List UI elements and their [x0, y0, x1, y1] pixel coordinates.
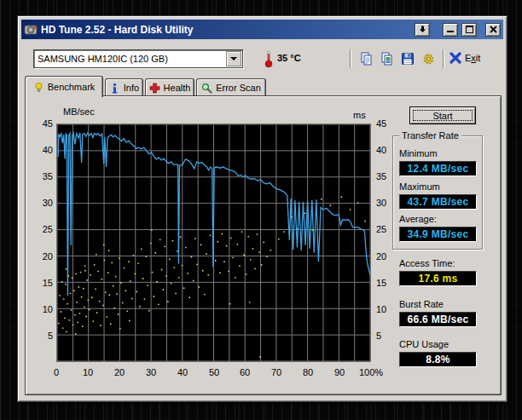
tab-strip: Benchmark Info Health Error Scan [18, 76, 507, 96]
cpu-usage-label: CPU Usage [399, 339, 449, 349]
left-axis-unit-label: MB/sec [63, 106, 95, 117]
y-tick-label: 20 [31, 251, 53, 262]
plot-svg [56, 124, 371, 362]
x-tick-label: 80 [303, 367, 313, 377]
maximize-icon [466, 26, 473, 33]
y-tick-label: 15 [376, 278, 398, 288]
drive-selector-value: SAMSUNG HM120IC (120 GB) [34, 54, 226, 64]
tab-benchmark[interactable]: Benchmark [25, 76, 103, 97]
exit-button[interactable]: Exit [450, 52, 480, 64]
y-tick-label: 45 [376, 118, 398, 129]
hdtune-window: HD Tune 2.52 - Hard Disk Utility SAMSUNG… [17, 15, 508, 402]
maximum-label: Maximum [399, 181, 440, 192]
benchmark-chart: MB/sec ms 45403530252015105 454035302520… [26, 96, 392, 396]
info-icon [109, 83, 120, 94]
right-axis-unit-label: ms [353, 110, 366, 120]
tab-label: Info [124, 83, 139, 93]
minimum-label: Minimum [399, 148, 438, 158]
thermometer-icon [264, 49, 274, 68]
start-button[interactable]: Start [409, 106, 476, 124]
tab-label: Error Scan [216, 83, 261, 93]
save-icon [401, 52, 415, 66]
average-label: Average: [399, 214, 437, 224]
x-tick-label: 50 [209, 367, 219, 377]
exit-label: Exit [465, 53, 480, 63]
x-tick-label: 30 [146, 367, 156, 377]
y-tick-label: 20 [376, 251, 398, 262]
copy-image-button[interactable] [378, 50, 397, 67]
access-time-value-display: 17.6 ms [399, 271, 477, 286]
y-tick-label: 25 [31, 224, 53, 234]
window-title: HD Tune 2.52 - Hard Disk Utility [41, 24, 411, 36]
y-tick-label: 45 [31, 118, 53, 129]
chevron-down-icon [230, 57, 237, 60]
tab-info[interactable]: Info [105, 78, 143, 96]
burst-rate-value-display: 66.6 MB/sec [399, 312, 477, 327]
y-tick-label: 10 [376, 304, 398, 314]
y-tick-label: 30 [31, 198, 53, 208]
desktop: { "window": { "title": "HD Tune 2.52 - H… [0, 0, 522, 420]
magnifier-icon [201, 83, 212, 94]
x-tick-label: 100% [359, 367, 383, 377]
lamp-icon [33, 82, 44, 93]
tab-label: Benchmark [48, 82, 96, 92]
tab-label: Health [164, 83, 191, 93]
average-value-display: 34.9 MB/sec [399, 227, 477, 242]
burst-rate-label: Burst Rate [399, 299, 444, 309]
x-tick-label: 70 [271, 367, 281, 377]
minimize-icon [447, 26, 454, 32]
x-tick-label: 90 [334, 367, 345, 377]
y-tick-label: 5 [31, 331, 53, 341]
minimum-value-display: 12.4 MB/sec [399, 161, 477, 176]
copy-text-icon [360, 52, 374, 66]
drive-selector[interactable]: SAMSUNG HM120IC (120 GB) [33, 49, 243, 68]
transfer-rate-group-label: Transfer Rate [399, 130, 461, 141]
toolbar: SAMSUNG HM120IC (120 GB) 35 °C [18, 43, 507, 72]
tab-error-scan[interactable]: Error Scan [196, 78, 266, 96]
x-tick-label: 60 [240, 367, 250, 377]
y-tick-label: 40 [31, 145, 53, 155]
x-tick-label: 40 [177, 367, 188, 377]
hdtune-disk-icon [24, 23, 38, 37]
y-tick-label: 5 [376, 331, 398, 341]
copy-image-icon [380, 52, 394, 66]
close-icon [490, 26, 497, 33]
access-time-label: Access Time: [399, 258, 455, 268]
drive-selector-dropdown-button[interactable] [226, 51, 241, 66]
maximum-value-display: 43.7 MB/sec [399, 194, 477, 210]
tab-health[interactable]: Health [145, 78, 194, 96]
x-tick-label: 20 [114, 367, 125, 377]
copy-text-button[interactable] [357, 50, 376, 67]
close-button[interactable] [485, 23, 501, 37]
y-tick-label: 35 [31, 171, 53, 181]
cpu-usage-value-display: 8.8% [399, 352, 477, 367]
options-icon [421, 52, 435, 66]
y-tick-label: 15 [31, 278, 53, 288]
maximize-button[interactable] [461, 23, 477, 37]
temperature-value: 35 °C [277, 53, 301, 63]
y-tick-label: 10 [31, 304, 53, 314]
benchmark-page: MB/sec ms 45403530252015105 454035302520… [25, 95, 502, 395]
start-button-label: Start [432, 111, 452, 121]
roll-down-icon [419, 26, 426, 33]
x-tick-label: 10 [83, 367, 93, 377]
minimize-button[interactable] [443, 23, 458, 37]
exit-x-icon [450, 52, 461, 64]
roll-down-button[interactable] [415, 23, 430, 37]
save-button[interactable] [398, 50, 417, 67]
titlebar[interactable]: HD Tune 2.52 - Hard Disk Utility [21, 20, 503, 39]
health-cross-icon [149, 83, 160, 94]
toolbar-separator [443, 49, 444, 68]
toolbar-separator [350, 49, 351, 68]
x-tick-label: 0 [54, 367, 59, 377]
options-button[interactable] [419, 50, 438, 67]
